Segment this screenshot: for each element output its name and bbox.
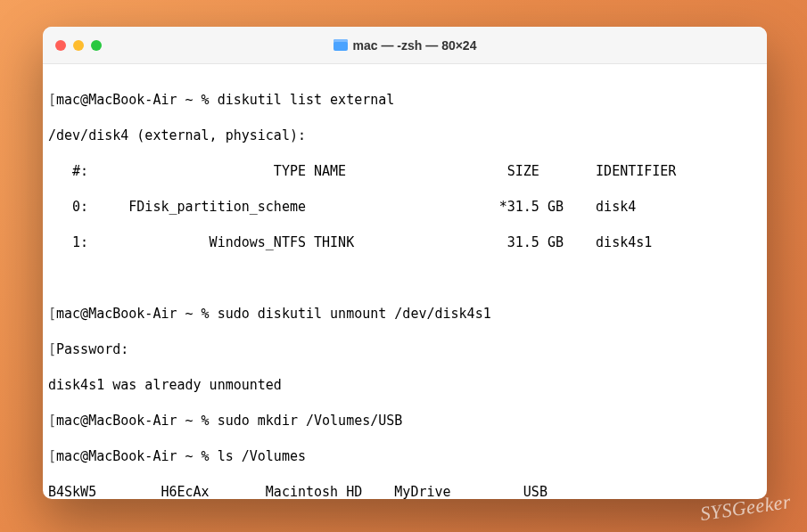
maximize-button[interactable] (91, 40, 102, 51)
folder-icon (334, 39, 348, 51)
out-row-1: 1: Windows_NTFS THINK 31.5 GB disk4s1 (48, 233, 762, 251)
cmd-unmount: sudo diskutil unmount /dev/disk4s1 (218, 305, 491, 323)
out-password: Password: (56, 340, 128, 358)
cmd-diskutil-list: diskutil list external (218, 91, 395, 109)
titlebar[interactable]: mac — -zsh — 80×24 (43, 27, 767, 64)
out-col-headers: #: TYPE NAME SIZE IDENTIFIER (48, 162, 762, 180)
prompt-bracket-open: [ (48, 447, 56, 465)
window-title: mac — -zsh — 80×24 (43, 38, 767, 53)
terminal-body[interactable]: [mac@MacBook-Air ~ % diskutil list exter… (43, 64, 767, 499)
prompt: mac@MacBook-Air ~ % (56, 447, 218, 465)
out-volumes: B4SkW5 H6EcAx Macintosh HD MyDrive USB (48, 483, 762, 499)
prompt-bracket-open: [ (48, 305, 56, 323)
cmd-ls: ls /Volumes (218, 447, 306, 465)
out-disk-header: /dev/disk4 (external, physical): (48, 127, 762, 144)
cmd-mkdir: sudo mkdir /Volumes/USB (218, 412, 403, 430)
close-button[interactable] (55, 40, 66, 51)
prompt: mac@MacBook-Air ~ % (56, 305, 218, 323)
prompt: mac@MacBook-Air ~ % (56, 91, 218, 109)
minimize-button[interactable] (73, 40, 84, 51)
prompt: mac@MacBook-Air ~ % (56, 412, 218, 430)
out-unmount-msg: disk4s1 was already unmounted (48, 376, 762, 394)
traffic-lights (55, 40, 102, 51)
window-title-text: mac — -zsh — 80×24 (353, 38, 477, 53)
prompt-bracket-open: [ (48, 340, 56, 358)
out-row-0: 0: FDisk_partition_scheme *31.5 GB disk4 (48, 198, 762, 216)
prompt-bracket-open: [ (48, 412, 56, 430)
blank-line (48, 269, 762, 287)
terminal-window: mac — -zsh — 80×24 [mac@MacBook-Air ~ % … (43, 27, 767, 499)
prompt-bracket-open: [ (48, 91, 56, 109)
